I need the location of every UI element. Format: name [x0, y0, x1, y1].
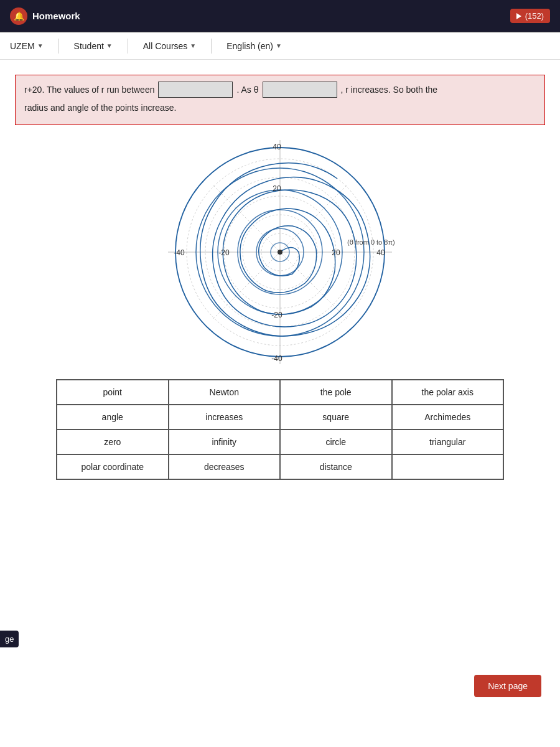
word-cell-infinity[interactable]: infinity: [169, 430, 281, 454]
svg-text:-40: -40: [174, 248, 185, 257]
nav-item-language[interactable]: English (en) ▼: [226, 41, 282, 51]
svg-text:40: 40: [273, 143, 281, 151]
word-cell-increases[interactable]: increases: [169, 405, 281, 430]
sentence-middle1: . As θ: [236, 83, 258, 96]
nav-divider-2: [128, 39, 128, 54]
sentence-line2: radius and angle of the points increase.: [24, 101, 176, 115]
nav-item-courses[interactable]: All Courses ▼: [143, 41, 197, 51]
sentence-row-1: r+20. The values of r run between . As θ…: [24, 82, 536, 98]
chevron-down-icon-2: ▼: [106, 42, 113, 49]
main-content: r+20. The values of r run between . As θ…: [0, 60, 560, 747]
word-cell-square[interactable]: square: [280, 405, 392, 430]
next-page-button[interactable]: Next page: [474, 675, 541, 697]
chevron-down-icon: ▼: [37, 42, 44, 49]
play-icon: [516, 13, 521, 19]
word-cell-archimedes[interactable]: Archimedes: [392, 405, 504, 430]
word-cell-triangular[interactable]: triangular: [392, 430, 504, 454]
nav-label-language: English (en): [226, 41, 273, 51]
play-badge[interactable]: (152): [510, 9, 550, 23]
nav-item-uzem[interactable]: UZEM ▼: [10, 41, 44, 51]
top-bar-right: (152): [510, 9, 550, 23]
svg-point-15: [278, 250, 282, 255]
sentence-prefix: r+20. The values of r run between: [24, 83, 154, 96]
svg-text:-40: -40: [271, 354, 282, 363]
homework-title: Homework: [32, 11, 80, 21]
word-cell-zero[interactable]: zero: [57, 430, 169, 454]
svg-text:20: 20: [273, 184, 281, 193]
word-cell-angle[interactable]: angle: [57, 405, 169, 430]
chart-container: 40 20 -20 -40 -40 -20 20 40 (θ from 0 to…: [15, 134, 545, 370]
svg-text:40: 40: [376, 248, 385, 257]
homework-icon: 🔔: [10, 7, 27, 25]
nav-label-student: Student: [74, 41, 104, 51]
word-cell-the-pole[interactable]: the pole: [280, 380, 392, 405]
svg-text:-20: -20: [271, 311, 282, 319]
top-bar-left: 🔔 Homework: [10, 7, 80, 25]
blank-1[interactable]: [158, 82, 233, 98]
polar-chart: 40 20 -20 -40 -40 -20 20 40 (θ from 0 to…: [162, 134, 398, 370]
word-cell-polar-coordinate[interactable]: polar coordinate: [57, 454, 169, 479]
nav-label-uzem: UZEM: [10, 41, 35, 51]
nav-bar: UZEM ▼ Student ▼ All Courses ▼ English (…: [0, 32, 560, 60]
word-cell-circle[interactable]: circle: [280, 430, 392, 454]
blank-2[interactable]: [263, 82, 337, 98]
nav-divider-3: [211, 39, 212, 54]
sentence-row-2: radius and angle of the points increase.: [24, 101, 536, 115]
word-cell-empty: [392, 454, 504, 479]
nav-label-courses: All Courses: [143, 41, 188, 51]
side-label: ge: [0, 631, 19, 647]
word-cell-point[interactable]: point: [57, 380, 169, 405]
word-bank: point Newton the pole the polar axis ang…: [56, 379, 504, 480]
word-cell-newton[interactable]: Newton: [169, 380, 281, 405]
chevron-down-icon-3: ▼: [190, 42, 196, 49]
badge-count: (152): [525, 11, 544, 21]
sentence-area: r+20. The values of r run between . As θ…: [15, 75, 545, 125]
nav-item-student[interactable]: Student ▼: [74, 41, 113, 51]
bell-icon: 🔔: [14, 11, 24, 21]
svg-text:-20: -20: [218, 248, 230, 257]
svg-text:(θ from 0 to 8π): (θ from 0 to 8π): [347, 238, 395, 246]
top-bar: 🔔 Homework (152): [0, 0, 560, 32]
word-cell-polar-axis[interactable]: the polar axis: [392, 380, 504, 405]
svg-text:20: 20: [332, 248, 340, 257]
word-cell-decreases[interactable]: decreases: [169, 454, 281, 479]
nav-divider-1: [58, 39, 59, 54]
word-cell-distance[interactable]: distance: [280, 454, 392, 479]
sentence-suffix: , r increases. So both the: [341, 83, 438, 96]
chevron-down-icon-4: ▼: [276, 42, 282, 49]
